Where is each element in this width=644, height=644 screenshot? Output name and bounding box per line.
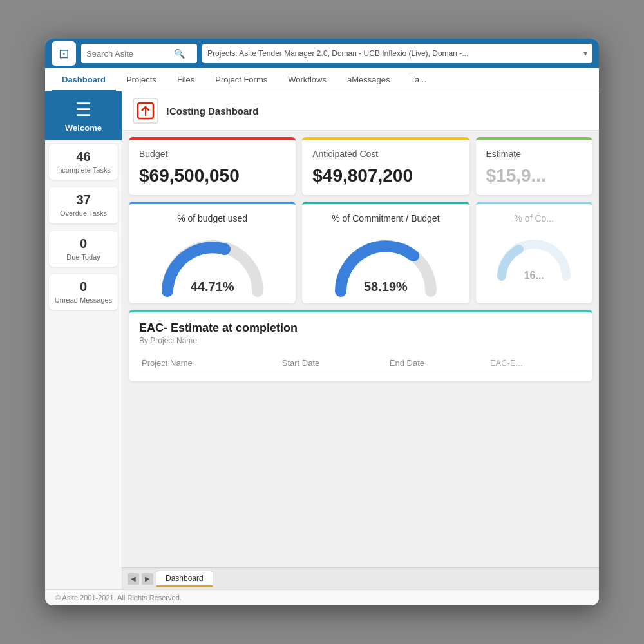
- project-selector[interactable]: Projects: Asite Tender Manager 2.0, Doma…: [202, 44, 592, 63]
- gauge-card-partial: % of Co... 16...: [476, 202, 592, 303]
- budget-value: $69,500,050: [139, 166, 285, 186]
- costing-logo-icon: [137, 102, 155, 120]
- dashboard-scroll: Budget $69,500,050 Anticipated Cost $49,…: [122, 131, 599, 567]
- sidebar-welcome[interactable]: ☰ Welcome: [45, 91, 122, 140]
- estimate-label: Estimate: [486, 149, 582, 159]
- gauge-cards-row: % of budget used 44.71%: [129, 202, 592, 303]
- search-icon: 🔍: [174, 48, 185, 59]
- eac-col-eac: EAC-E...: [488, 354, 582, 372]
- sidebar-card-due-today[interactable]: 0 Due Today: [49, 231, 118, 267]
- tab-project-forms[interactable]: Project Forms: [205, 70, 278, 91]
- metric-card-estimate: Estimate $15,9...: [476, 137, 592, 195]
- anticipated-value: $49,807,200: [312, 166, 459, 186]
- metric-card-budget: Budget $69,500,050: [129, 137, 296, 195]
- tab-dashboard[interactable]: Dashboard: [52, 70, 116, 91]
- gauge-partial-container: 16...: [495, 230, 573, 281]
- dropdown-arrow-icon: ▾: [583, 49, 587, 58]
- metric-card-anticipated: Anticipated Cost $49,807,200: [302, 137, 469, 195]
- dashboard-area: !Costing Dashboard Budget $69,500,050 An…: [122, 91, 599, 589]
- search-bar[interactable]: 🔍: [81, 44, 197, 63]
- incomplete-tasks-label: Incomplete Tasks: [53, 166, 114, 175]
- unread-messages-count: 0: [53, 279, 114, 294]
- gauge-card-budget-used: % of budget used 44.71%: [129, 202, 296, 303]
- top-bar: ⊡ 🔍 Projects: Asite Tender Manager 2.0, …: [45, 39, 599, 68]
- anticipated-label: Anticipated Cost: [312, 149, 459, 159]
- gauge-commitment-value: 58.19%: [328, 279, 444, 294]
- tab-files[interactable]: Files: [167, 70, 205, 91]
- unread-messages-label: Unread Messages: [53, 296, 114, 305]
- bottom-tab-dashboard[interactable]: Dashboard: [156, 571, 213, 587]
- footer-text: © Asite 2001-2021. All Rights Reserved.: [55, 594, 182, 601]
- tab-workflows[interactable]: Workflows: [278, 70, 337, 91]
- welcome-icon: ☰: [75, 99, 91, 120]
- gauge-partial-value: 16...: [495, 270, 573, 281]
- gauge-budget-label: % of budget used: [177, 213, 247, 223]
- metric-cards-row: Budget $69,500,050 Anticipated Cost $49,…: [129, 137, 592, 195]
- gauge-card-commitment: % of Commitment / Budget 58.19%: [302, 202, 469, 303]
- bottom-tab-bar: ◀ ▶ Dashboard: [122, 567, 599, 589]
- project-text: Projects: Asite Tender Manager 2.0, Doma…: [207, 49, 468, 58]
- tab-prev-button[interactable]: ◀: [128, 573, 139, 585]
- dashboard-header: !Costing Dashboard: [122, 91, 599, 131]
- search-input[interactable]: [86, 49, 170, 59]
- eac-subtitle: By Project Name: [139, 336, 582, 345]
- footer: © Asite 2001-2021. All Rights Reserved.: [45, 589, 599, 605]
- logo-icon: ⊡: [59, 46, 70, 61]
- due-today-count: 0: [53, 236, 114, 251]
- gauge-commitment-label: % of Commitment / Budget: [332, 213, 439, 223]
- tab-next-button[interactable]: ▶: [142, 573, 153, 585]
- eac-section: EAC- Estimate at completion By Project N…: [129, 310, 592, 381]
- eac-col-end: End Date: [387, 354, 488, 372]
- welcome-label: Welcome: [65, 123, 102, 133]
- due-today-label: Due Today: [53, 252, 114, 261]
- budget-label: Budget: [139, 149, 285, 159]
- eac-title: EAC- Estimate at completion: [139, 321, 582, 335]
- sidebar-card-overdue[interactable]: 37 Overdue Tasks: [49, 187, 118, 223]
- dashboard-logo: [133, 98, 158, 124]
- gauge-partial-label: % of Co...: [515, 213, 554, 223]
- sidebar-card-unread[interactable]: 0 Unread Messages: [49, 274, 118, 310]
- eac-col-project: Project Name: [139, 354, 279, 372]
- app-logo[interactable]: ⊡: [52, 41, 76, 66]
- dashboard-title: !Costing Dashboard: [166, 106, 258, 117]
- eac-col-start: Start Date: [279, 354, 387, 372]
- tab-tasks[interactable]: Ta...: [400, 70, 437, 91]
- tab-projects[interactable]: Projects: [116, 70, 167, 91]
- gauge-commitment-container: 58.19%: [328, 230, 444, 294]
- tab-amessages[interactable]: aMessages: [337, 70, 400, 91]
- main-content: ☰ Welcome 46 Incomplete Tasks 37 Overdue…: [45, 91, 599, 589]
- incomplete-tasks-count: 46: [53, 149, 114, 164]
- estimate-value: $15,9...: [486, 166, 582, 186]
- nav-tabs: Dashboard Projects Files Project Forms W…: [45, 68, 599, 91]
- sidebar-card-incomplete[interactable]: 46 Incomplete Tasks: [49, 144, 118, 180]
- gauge-budget-value: 44.71%: [155, 279, 270, 294]
- overdue-tasks-count: 37: [53, 193, 114, 207]
- overdue-tasks-label: Overdue Tasks: [53, 209, 114, 218]
- sidebar: ☰ Welcome 46 Incomplete Tasks 37 Overdue…: [45, 91, 122, 589]
- gauge-budget-container: 44.71%: [155, 230, 270, 294]
- eac-table: Project Name Start Date End Date EAC-E..…: [139, 354, 582, 372]
- browser-window: ⊡ 🔍 Projects: Asite Tender Manager 2.0, …: [45, 39, 599, 605]
